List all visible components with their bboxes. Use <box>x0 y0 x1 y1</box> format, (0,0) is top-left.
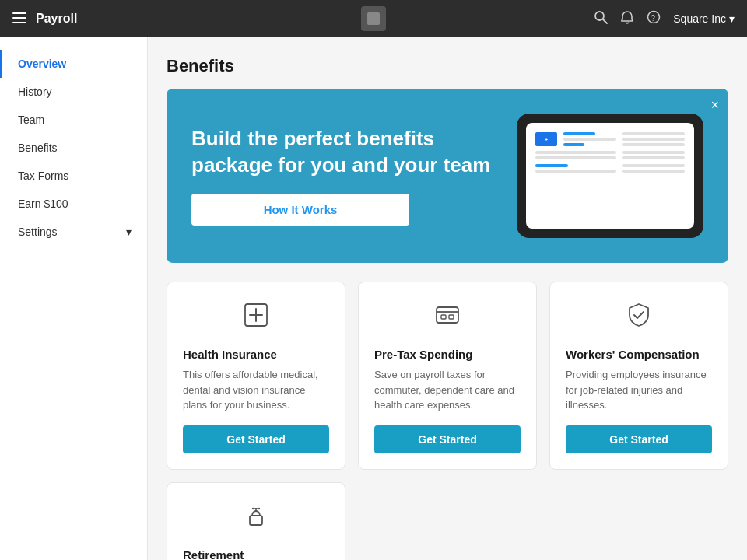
sidebar-item-tax-forms[interactable]: Tax Forms <box>0 162 147 190</box>
pre-tax-spending-desc: Save on payroll taxes for commuter, depe… <box>374 367 521 413</box>
sidebar-item-earn-100[interactable]: Earn $100 <box>0 190 147 218</box>
sidebar: Overview History Team Benefits Tax Forms… <box>0 37 148 560</box>
sidebar-item-team[interactable]: Team <box>0 106 147 134</box>
company-selector[interactable]: Square Inc ▾ <box>673 12 735 25</box>
health-insurance-get-started-button[interactable]: Get Started <box>183 425 329 453</box>
svg-text:?: ? <box>651 13 656 22</box>
workers-compensation-get-started-button[interactable]: Get Started <box>566 425 712 453</box>
sidebar-item-history[interactable]: History <box>0 78 147 106</box>
retirement-title: Retirement <box>183 548 244 561</box>
hero-close-button[interactable]: × <box>710 98 719 112</box>
workers-compensation-desc: Providing employees insurance for job-re… <box>566 367 712 413</box>
phone-screen: + <box>526 123 694 229</box>
svg-point-18 <box>258 507 260 509</box>
svg-point-3 <box>595 12 604 20</box>
help-icon[interactable]: ? <box>647 10 661 28</box>
pre-tax-spending-icon <box>374 301 521 338</box>
health-insurance-title: Health Insurance <box>183 348 277 361</box>
svg-rect-1 <box>12 17 26 19</box>
health-insurance-card: Health Insurance This offers affordable … <box>167 282 345 470</box>
workers-compensation-title: Workers' Compensation <box>566 348 700 361</box>
health-insurance-desc: This offers affordable medical, dental a… <box>183 367 329 413</box>
svg-line-4 <box>603 19 607 23</box>
top-nav: Payroll ? Square Inc ▾ <box>0 0 747 37</box>
menu-icon[interactable] <box>12 11 26 27</box>
hero-image: + <box>517 114 703 238</box>
notification-icon[interactable] <box>620 10 634 28</box>
benefit-cards-grid: Health Insurance This offers affordable … <box>167 282 728 470</box>
page-title: Benefits <box>167 56 728 76</box>
svg-rect-12 <box>441 315 446 319</box>
sidebar-item-overview[interactable]: Overview <box>0 50 147 78</box>
main-content: Benefits Build the perfect benefits pack… <box>148 37 747 560</box>
svg-rect-13 <box>449 315 454 319</box>
hero-banner: Build the perfect benefits package for y… <box>167 89 728 263</box>
logo <box>361 6 386 31</box>
app-title: Payroll <box>36 12 77 26</box>
chevron-down-icon: ▾ <box>126 226 132 238</box>
svg-rect-14 <box>250 516 262 525</box>
retirement-card: Retirement Retirement savings plans help… <box>167 482 345 561</box>
how-it-works-button[interactable]: How It Works <box>191 194 409 226</box>
hero-text: Build the perfect benefits package for y… <box>191 126 498 226</box>
svg-rect-2 <box>12 22 26 23</box>
hero-heading: Build the perfect benefits package for y… <box>191 126 498 179</box>
svg-point-17 <box>252 507 254 509</box>
pre-tax-spending-card: Pre-Tax Spending Save on payroll taxes f… <box>358 282 537 470</box>
svg-rect-0 <box>12 12 26 14</box>
workers-compensation-icon <box>566 301 712 338</box>
bottom-cards-row: Retirement Retirement savings plans help… <box>167 482 728 561</box>
svg-rect-10 <box>437 307 458 323</box>
pre-tax-spending-title: Pre-Tax Spending <box>374 348 472 361</box>
retirement-icon <box>183 502 329 539</box>
pre-tax-spending-get-started-button[interactable]: Get Started <box>374 425 521 453</box>
sidebar-item-benefits[interactable]: Benefits <box>0 134 147 162</box>
health-insurance-icon <box>183 301 329 338</box>
search-icon[interactable] <box>594 10 608 28</box>
phone-mockup: + <box>517 114 703 238</box>
sidebar-item-settings[interactable]: Settings ▾ <box>0 218 147 246</box>
workers-compensation-card: Workers' Compensation Providing employee… <box>549 282 728 470</box>
